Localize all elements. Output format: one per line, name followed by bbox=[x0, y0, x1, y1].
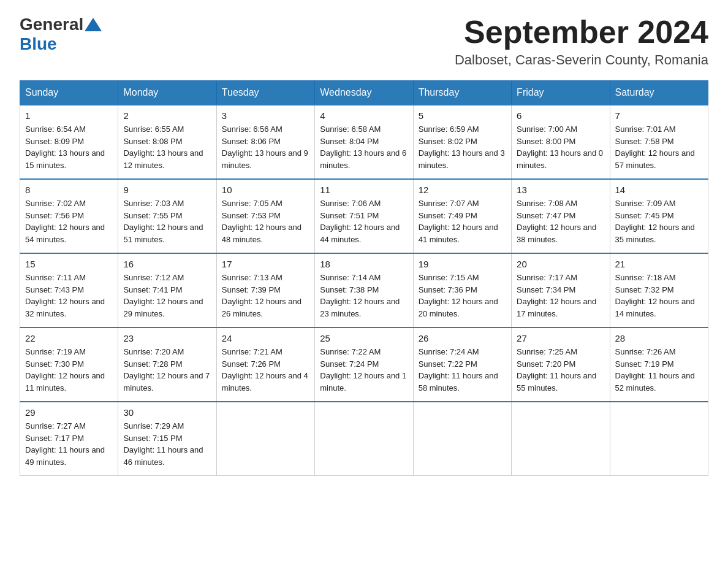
calendar-cell: 16Sunrise: 7:12 AMSunset: 7:41 PMDayligh… bbox=[118, 253, 216, 327]
calendar-week-5: 29Sunrise: 7:27 AMSunset: 7:17 PMDayligh… bbox=[20, 402, 708, 476]
day-info: Sunrise: 7:17 AMSunset: 7:34 PMDaylight:… bbox=[517, 272, 604, 320]
day-number: 5 bbox=[419, 110, 506, 121]
day-number: 12 bbox=[419, 185, 506, 195]
day-header-tuesday: Tuesday bbox=[216, 81, 314, 105]
calendar-cell: 19Sunrise: 7:15 AMSunset: 7:36 PMDayligh… bbox=[413, 253, 511, 327]
day-info: Sunrise: 7:25 AMSunset: 7:20 PMDaylight:… bbox=[517, 346, 604, 394]
day-header-saturday: Saturday bbox=[610, 81, 708, 105]
day-info: Sunrise: 6:55 AMSunset: 8:08 PMDaylight:… bbox=[123, 123, 211, 171]
day-info: Sunrise: 7:09 AMSunset: 7:45 PMDaylight:… bbox=[615, 197, 703, 245]
day-number: 20 bbox=[517, 259, 604, 269]
month-title: September 2024 bbox=[455, 15, 708, 50]
day-number: 29 bbox=[25, 407, 113, 418]
day-info: Sunrise: 7:27 AMSunset: 7:17 PMDaylight:… bbox=[25, 420, 113, 468]
calendar-cell: 9Sunrise: 7:03 AMSunset: 7:55 PMDaylight… bbox=[118, 179, 216, 253]
calendar-cell bbox=[216, 402, 314, 476]
day-info: Sunrise: 7:24 AMSunset: 7:22 PMDaylight:… bbox=[419, 346, 506, 394]
logo-general-text: General bbox=[20, 15, 83, 34]
day-info: Sunrise: 7:20 AMSunset: 7:28 PMDaylight:… bbox=[123, 346, 211, 394]
day-header-friday: Friday bbox=[512, 81, 610, 105]
location-text: Dalboset, Caras-Severin County, Romania bbox=[455, 52, 708, 68]
day-header-monday: Monday bbox=[118, 81, 216, 105]
day-number: 13 bbox=[517, 185, 604, 195]
calendar-cell: 8Sunrise: 7:02 AMSunset: 7:56 PMDaylight… bbox=[20, 179, 118, 253]
day-info: Sunrise: 7:08 AMSunset: 7:47 PMDaylight:… bbox=[517, 197, 604, 245]
calendar-cell bbox=[315, 402, 413, 476]
calendar-cell: 22Sunrise: 7:19 AMSunset: 7:30 PMDayligh… bbox=[20, 327, 118, 402]
calendar-cell: 13Sunrise: 7:08 AMSunset: 7:47 PMDayligh… bbox=[512, 179, 610, 253]
day-header-wednesday: Wednesday bbox=[315, 81, 413, 105]
calendar-body: 1Sunrise: 6:54 AMSunset: 8:09 PMDaylight… bbox=[20, 105, 708, 476]
calendar-cell: 11Sunrise: 7:06 AMSunset: 7:51 PMDayligh… bbox=[315, 179, 413, 253]
calendar-cell: 2Sunrise: 6:55 AMSunset: 8:08 PMDaylight… bbox=[118, 105, 216, 179]
day-info: Sunrise: 7:21 AMSunset: 7:26 PMDaylight:… bbox=[222, 346, 309, 394]
day-header-thursday: Thursday bbox=[413, 81, 511, 105]
day-info: Sunrise: 7:19 AMSunset: 7:30 PMDaylight:… bbox=[25, 346, 113, 394]
calendar-cell: 5Sunrise: 6:59 AMSunset: 8:02 PMDaylight… bbox=[413, 105, 511, 179]
day-info: Sunrise: 7:26 AMSunset: 7:19 PMDaylight:… bbox=[615, 346, 703, 394]
day-number: 28 bbox=[615, 333, 703, 343]
day-info: Sunrise: 6:54 AMSunset: 8:09 PMDaylight:… bbox=[25, 123, 113, 171]
calendar-cell: 23Sunrise: 7:20 AMSunset: 7:28 PMDayligh… bbox=[118, 327, 216, 402]
calendar-cell: 17Sunrise: 7:13 AMSunset: 7:39 PMDayligh… bbox=[216, 253, 314, 327]
day-info: Sunrise: 6:59 AMSunset: 8:02 PMDaylight:… bbox=[419, 123, 506, 171]
day-number: 23 bbox=[123, 333, 211, 343]
day-info: Sunrise: 7:01 AMSunset: 7:58 PMDaylight:… bbox=[615, 123, 703, 171]
day-number: 24 bbox=[222, 333, 309, 343]
day-info: Sunrise: 7:18 AMSunset: 7:32 PMDaylight:… bbox=[615, 272, 703, 320]
logo: General Blue bbox=[20, 15, 103, 54]
day-number: 10 bbox=[222, 185, 309, 195]
calendar-cell bbox=[512, 402, 610, 476]
day-number: 26 bbox=[419, 333, 506, 343]
page-header: General Blue September 2024 Dalboset, Ca… bbox=[20, 15, 708, 68]
day-info: Sunrise: 7:11 AMSunset: 7:43 PMDaylight:… bbox=[25, 272, 113, 320]
day-number: 18 bbox=[320, 259, 408, 269]
day-info: Sunrise: 7:12 AMSunset: 7:41 PMDaylight:… bbox=[123, 272, 211, 320]
day-info: Sunrise: 7:13 AMSunset: 7:39 PMDaylight:… bbox=[222, 272, 309, 320]
calendar-table: SundayMondayTuesdayWednesdayThursdayFrid… bbox=[20, 80, 708, 476]
day-info: Sunrise: 7:14 AMSunset: 7:38 PMDaylight:… bbox=[320, 272, 408, 320]
day-info: Sunrise: 7:02 AMSunset: 7:56 PMDaylight:… bbox=[25, 197, 113, 245]
calendar-cell: 14Sunrise: 7:09 AMSunset: 7:45 PMDayligh… bbox=[610, 179, 708, 253]
calendar-cell: 25Sunrise: 7:22 AMSunset: 7:24 PMDayligh… bbox=[315, 327, 413, 402]
calendar-cell: 20Sunrise: 7:17 AMSunset: 7:34 PMDayligh… bbox=[512, 253, 610, 327]
calendar-header: SundayMondayTuesdayWednesdayThursdayFrid… bbox=[20, 81, 708, 105]
day-number: 30 bbox=[123, 407, 211, 418]
day-header-row: SundayMondayTuesdayWednesdayThursdayFrid… bbox=[20, 81, 708, 105]
calendar-cell: 18Sunrise: 7:14 AMSunset: 7:38 PMDayligh… bbox=[315, 253, 413, 327]
calendar-cell: 21Sunrise: 7:18 AMSunset: 7:32 PMDayligh… bbox=[610, 253, 708, 327]
title-section: September 2024 Dalboset, Caras-Severin C… bbox=[455, 15, 708, 68]
day-info: Sunrise: 7:07 AMSunset: 7:49 PMDaylight:… bbox=[419, 197, 506, 245]
calendar-cell: 3Sunrise: 6:56 AMSunset: 8:06 PMDaylight… bbox=[216, 105, 314, 179]
day-info: Sunrise: 7:22 AMSunset: 7:24 PMDaylight:… bbox=[320, 346, 408, 394]
day-info: Sunrise: 7:06 AMSunset: 7:51 PMDaylight:… bbox=[320, 197, 408, 245]
day-info: Sunrise: 6:58 AMSunset: 8:04 PMDaylight:… bbox=[320, 123, 408, 171]
day-number: 1 bbox=[25, 110, 113, 121]
calendar-week-4: 22Sunrise: 7:19 AMSunset: 7:30 PMDayligh… bbox=[20, 327, 708, 402]
day-number: 15 bbox=[25, 259, 113, 269]
calendar-cell bbox=[610, 402, 708, 476]
day-number: 17 bbox=[222, 259, 309, 269]
day-number: 21 bbox=[615, 259, 703, 269]
calendar-cell: 10Sunrise: 7:05 AMSunset: 7:53 PMDayligh… bbox=[216, 179, 314, 253]
calendar-cell: 28Sunrise: 7:26 AMSunset: 7:19 PMDayligh… bbox=[610, 327, 708, 402]
day-info: Sunrise: 7:29 AMSunset: 7:15 PMDaylight:… bbox=[123, 420, 211, 468]
day-info: Sunrise: 7:00 AMSunset: 8:00 PMDaylight:… bbox=[517, 123, 604, 171]
day-header-sunday: Sunday bbox=[20, 81, 118, 105]
calendar-cell: 24Sunrise: 7:21 AMSunset: 7:26 PMDayligh… bbox=[216, 327, 314, 402]
day-number: 4 bbox=[320, 110, 408, 121]
logo-blue-text: Blue bbox=[20, 34, 57, 53]
calendar-cell: 12Sunrise: 7:07 AMSunset: 7:49 PMDayligh… bbox=[413, 179, 511, 253]
calendar-cell: 30Sunrise: 7:29 AMSunset: 7:15 PMDayligh… bbox=[118, 402, 216, 476]
calendar-cell: 4Sunrise: 6:58 AMSunset: 8:04 PMDaylight… bbox=[315, 105, 413, 179]
calendar-cell: 27Sunrise: 7:25 AMSunset: 7:20 PMDayligh… bbox=[512, 327, 610, 402]
day-number: 3 bbox=[222, 110, 309, 121]
day-info: Sunrise: 7:05 AMSunset: 7:53 PMDaylight:… bbox=[222, 197, 309, 245]
day-number: 9 bbox=[123, 185, 211, 195]
day-info: Sunrise: 7:03 AMSunset: 7:55 PMDaylight:… bbox=[123, 197, 211, 245]
day-number: 6 bbox=[517, 110, 604, 121]
calendar-week-3: 15Sunrise: 7:11 AMSunset: 7:43 PMDayligh… bbox=[20, 253, 708, 327]
calendar-cell: 6Sunrise: 7:00 AMSunset: 8:00 PMDaylight… bbox=[512, 105, 610, 179]
day-number: 8 bbox=[25, 185, 113, 195]
calendar-cell: 29Sunrise: 7:27 AMSunset: 7:17 PMDayligh… bbox=[20, 402, 118, 476]
